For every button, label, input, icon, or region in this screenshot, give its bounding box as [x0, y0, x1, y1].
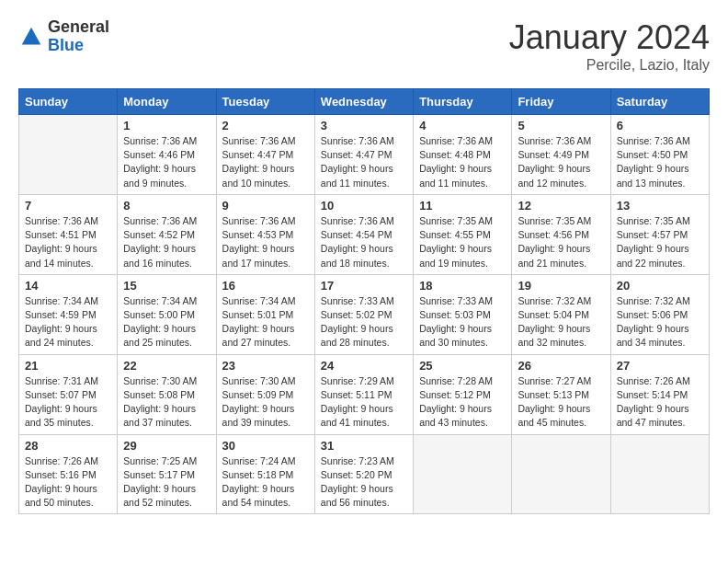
- weekday-header-monday: Monday: [118, 89, 216, 115]
- calendar-cell: 15Sunrise: 7:34 AMSunset: 5:00 PMDayligh…: [118, 274, 216, 354]
- day-info: Sunrise: 7:35 AMSunset: 4:55 PMDaylight:…: [419, 214, 506, 270]
- day-info: Sunrise: 7:36 AMSunset: 4:52 PMDaylight:…: [123, 214, 210, 270]
- day-info: Sunrise: 7:30 AMSunset: 5:08 PMDaylight:…: [123, 374, 210, 431]
- day-number: 13: [617, 199, 703, 213]
- calendar-cell: 5Sunrise: 7:36 AMSunset: 4:49 PMDaylight…: [512, 115, 610, 195]
- day-number: 2: [222, 119, 309, 132]
- day-info: Sunrise: 7:34 AMSunset: 4:59 PMDaylight:…: [25, 294, 111, 350]
- day-info: Sunrise: 7:36 AMSunset: 4:54 PMDaylight:…: [321, 214, 407, 270]
- day-number: 7: [25, 199, 111, 213]
- calendar-cell: 10Sunrise: 7:36 AMSunset: 4:54 PMDayligh…: [314, 194, 413, 274]
- calendar-cell: 24Sunrise: 7:29 AMSunset: 5:11 PMDayligh…: [314, 354, 413, 434]
- week-row-5: 28Sunrise: 7:26 AMSunset: 5:16 PMDayligh…: [19, 434, 710, 514]
- week-row-3: 14Sunrise: 7:34 AMSunset: 4:59 PMDayligh…: [19, 274, 710, 354]
- day-info: Sunrise: 7:36 AMSunset: 4:46 PMDaylight:…: [123, 134, 210, 190]
- calendar-cell: [19, 115, 118, 195]
- month-title: January 2024: [509, 18, 710, 57]
- weekday-header-sunday: Sunday: [19, 89, 118, 115]
- logo-text: General Blue: [48, 18, 109, 55]
- calendar-cell: 23Sunrise: 7:30 AMSunset: 5:09 PMDayligh…: [216, 354, 314, 434]
- day-number: 27: [617, 359, 703, 373]
- calendar-cell: 2Sunrise: 7:36 AMSunset: 4:47 PMDaylight…: [216, 115, 314, 195]
- day-info: Sunrise: 7:36 AMSunset: 4:47 PMDaylight:…: [321, 134, 407, 190]
- day-info: Sunrise: 7:32 AMSunset: 5:06 PMDaylight:…: [617, 294, 703, 350]
- calendar-cell: 13Sunrise: 7:35 AMSunset: 4:57 PMDayligh…: [610, 194, 709, 274]
- calendar-cell: 28Sunrise: 7:26 AMSunset: 5:16 PMDayligh…: [19, 434, 118, 514]
- calendar-cell: 7Sunrise: 7:36 AMSunset: 4:51 PMDaylight…: [19, 194, 118, 274]
- day-info: Sunrise: 7:25 AMSunset: 5:17 PMDaylight:…: [123, 454, 210, 511]
- calendar-cell: 19Sunrise: 7:32 AMSunset: 5:04 PMDayligh…: [512, 274, 610, 354]
- day-number: 20: [617, 279, 703, 293]
- day-info: Sunrise: 7:26 AMSunset: 5:14 PMDaylight:…: [617, 374, 703, 431]
- weekday-header-saturday: Saturday: [610, 89, 709, 115]
- week-row-4: 21Sunrise: 7:31 AMSunset: 5:07 PMDayligh…: [19, 354, 710, 434]
- day-info: Sunrise: 7:23 AMSunset: 5:20 PMDaylight:…: [321, 454, 407, 511]
- day-info: Sunrise: 7:29 AMSunset: 5:11 PMDaylight:…: [321, 374, 407, 431]
- day-number: 12: [518, 199, 604, 213]
- week-row-2: 7Sunrise: 7:36 AMSunset: 4:51 PMDaylight…: [19, 194, 710, 274]
- page-header: General Blue January 2024 Percile, Lazio…: [18, 18, 710, 74]
- day-info: Sunrise: 7:30 AMSunset: 5:09 PMDaylight:…: [222, 374, 309, 431]
- day-number: 25: [419, 359, 506, 373]
- day-info: Sunrise: 7:28 AMSunset: 5:12 PMDaylight:…: [419, 374, 506, 431]
- calendar-cell: 26Sunrise: 7:27 AMSunset: 5:13 PMDayligh…: [512, 354, 610, 434]
- logo-general: General: [48, 18, 109, 37]
- calendar-cell: 8Sunrise: 7:36 AMSunset: 4:52 PMDaylight…: [118, 194, 216, 274]
- calendar-cell: 18Sunrise: 7:33 AMSunset: 5:03 PMDayligh…: [414, 274, 512, 354]
- day-number: 5: [518, 119, 604, 132]
- calendar-cell: 16Sunrise: 7:34 AMSunset: 5:01 PMDayligh…: [216, 274, 314, 354]
- weekday-header-tuesday: Tuesday: [216, 89, 314, 115]
- calendar-cell: 20Sunrise: 7:32 AMSunset: 5:06 PMDayligh…: [610, 274, 709, 354]
- day-info: Sunrise: 7:26 AMSunset: 5:16 PMDaylight:…: [25, 454, 111, 511]
- day-info: Sunrise: 7:33 AMSunset: 5:02 PMDaylight:…: [321, 294, 407, 350]
- day-number: 21: [25, 359, 111, 373]
- day-number: 23: [222, 359, 309, 373]
- calendar-cell: 27Sunrise: 7:26 AMSunset: 5:14 PMDayligh…: [610, 354, 709, 434]
- calendar-cell: 17Sunrise: 7:33 AMSunset: 5:02 PMDayligh…: [314, 274, 413, 354]
- calendar-cell: 9Sunrise: 7:36 AMSunset: 4:53 PMDaylight…: [216, 194, 314, 274]
- week-row-1: 1Sunrise: 7:36 AMSunset: 4:46 PMDaylight…: [19, 115, 710, 195]
- calendar-cell: [610, 434, 709, 514]
- day-number: 1: [123, 119, 210, 132]
- day-number: 22: [123, 359, 210, 373]
- day-number: 26: [518, 359, 604, 373]
- day-info: Sunrise: 7:36 AMSunset: 4:53 PMDaylight:…: [222, 214, 309, 270]
- day-number: 28: [25, 439, 111, 453]
- day-info: Sunrise: 7:33 AMSunset: 5:03 PMDaylight:…: [419, 294, 506, 350]
- day-number: 8: [123, 199, 210, 213]
- calendar-cell: [512, 434, 610, 514]
- day-number: 14: [25, 279, 111, 293]
- day-info: Sunrise: 7:34 AMSunset: 5:01 PMDaylight:…: [222, 294, 309, 350]
- title-block: January 2024 Percile, Lazio, Italy: [509, 18, 710, 74]
- weekday-header-thursday: Thursday: [414, 89, 512, 115]
- day-info: Sunrise: 7:35 AMSunset: 4:56 PMDaylight:…: [518, 214, 604, 270]
- weekday-header-friday: Friday: [512, 89, 610, 115]
- logo-blue: Blue: [48, 37, 109, 55]
- day-number: 29: [123, 439, 210, 453]
- calendar-cell: 12Sunrise: 7:35 AMSunset: 4:56 PMDayligh…: [512, 194, 610, 274]
- day-number: 4: [419, 119, 506, 132]
- location-title: Percile, Lazio, Italy: [509, 57, 710, 74]
- day-number: 3: [321, 119, 407, 132]
- calendar-cell: 25Sunrise: 7:28 AMSunset: 5:12 PMDayligh…: [414, 354, 512, 434]
- day-number: 17: [321, 279, 407, 293]
- calendar-cell: [414, 434, 512, 514]
- day-info: Sunrise: 7:24 AMSunset: 5:18 PMDaylight:…: [222, 454, 309, 511]
- day-number: 16: [222, 279, 309, 293]
- day-info: Sunrise: 7:36 AMSunset: 4:49 PMDaylight:…: [518, 134, 604, 190]
- day-number: 10: [321, 199, 407, 213]
- day-info: Sunrise: 7:36 AMSunset: 4:51 PMDaylight:…: [25, 214, 111, 270]
- calendar-cell: 22Sunrise: 7:30 AMSunset: 5:08 PMDayligh…: [118, 354, 216, 434]
- calendar-cell: 29Sunrise: 7:25 AMSunset: 5:17 PMDayligh…: [118, 434, 216, 514]
- day-info: Sunrise: 7:31 AMSunset: 5:07 PMDaylight:…: [25, 374, 111, 431]
- day-number: 31: [321, 439, 407, 453]
- svg-marker-0: [22, 28, 41, 45]
- logo: General Blue: [18, 18, 109, 55]
- day-number: 18: [419, 279, 506, 293]
- day-number: 19: [518, 279, 604, 293]
- day-info: Sunrise: 7:27 AMSunset: 5:13 PMDaylight:…: [518, 374, 604, 431]
- day-number: 9: [222, 199, 309, 213]
- calendar-cell: 31Sunrise: 7:23 AMSunset: 5:20 PMDayligh…: [314, 434, 413, 514]
- calendar-cell: 6Sunrise: 7:36 AMSunset: 4:50 PMDaylight…: [610, 115, 709, 195]
- day-info: Sunrise: 7:35 AMSunset: 4:57 PMDaylight:…: [617, 214, 703, 270]
